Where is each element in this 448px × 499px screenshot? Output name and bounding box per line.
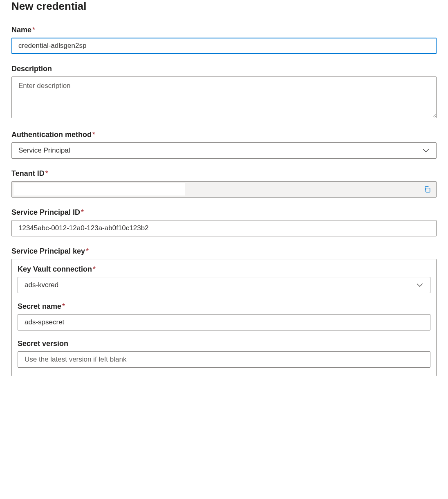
copy-button[interactable]	[421, 184, 433, 195]
kv-connection-label: Key Vault connection*	[18, 265, 430, 274]
chevron-down-icon	[422, 147, 430, 154]
tenant-id-field-group: Tenant ID*	[11, 169, 437, 198]
svg-rect-0	[426, 188, 430, 192]
sp-id-label: Service Principal ID*	[11, 208, 437, 217]
required-asterisk: *	[86, 247, 89, 255]
auth-method-label-text: Authentication method	[11, 130, 92, 139]
auth-method-field-group: Authentication method* Service Principal	[11, 130, 437, 159]
secret-name-input[interactable]	[18, 314, 430, 330]
page-title: New credential	[11, 0, 437, 13]
name-label: Name*	[11, 26, 437, 34]
required-asterisk: *	[62, 302, 65, 310]
sp-key-label-text: Service Principal key	[11, 247, 85, 255]
secret-version-label-text: Secret version	[18, 339, 68, 348]
chevron-down-icon	[416, 281, 423, 289]
secret-version-label: Secret version	[18, 339, 430, 348]
description-textarea[interactable]	[11, 76, 437, 118]
description-label-text: Description	[11, 65, 52, 73]
required-asterisk: *	[93, 265, 96, 273]
tenant-id-label-text: Tenant ID	[11, 169, 45, 178]
tenant-id-redacted-area	[13, 183, 185, 196]
auth-method-label: Authentication method*	[11, 130, 437, 139]
required-asterisk: *	[92, 130, 95, 139]
sp-id-input[interactable]	[11, 220, 437, 236]
secret-name-field-group: Secret name*	[18, 302, 430, 330]
tenant-id-readonly	[11, 181, 437, 198]
copy-icon	[423, 186, 431, 193]
kv-connection-field-group: Key Vault connection* ads-kvcred	[18, 265, 430, 293]
name-input[interactable]	[11, 38, 437, 54]
sp-key-panel: Key Vault connection* ads-kvcred Secret …	[11, 259, 437, 376]
sp-id-field-group: Service Principal ID*	[11, 208, 437, 236]
secret-version-input[interactable]	[18, 351, 430, 368]
auth-method-select[interactable]: Service Principal	[11, 142, 437, 159]
required-asterisk: *	[32, 26, 35, 34]
required-asterisk: *	[81, 208, 84, 216]
name-label-text: Name	[11, 26, 31, 34]
secret-name-label: Secret name*	[18, 302, 430, 311]
sp-key-field-group: Service Principal key* Key Vault connect…	[11, 247, 437, 376]
kv-connection-selected-value: ads-kvcred	[25, 281, 416, 289]
kv-connection-select[interactable]: ads-kvcred	[18, 277, 430, 293]
name-field-group: Name*	[11, 26, 437, 54]
auth-method-selected-value: Service Principal	[18, 146, 422, 155]
secret-version-field-group: Secret version	[18, 339, 430, 368]
tenant-id-label: Tenant ID*	[11, 169, 437, 178]
required-asterisk: *	[45, 169, 48, 178]
description-label: Description	[11, 65, 437, 73]
description-field-group: Description	[11, 65, 437, 120]
sp-key-label: Service Principal key*	[11, 247, 437, 256]
kv-connection-label-text: Key Vault connection	[18, 265, 92, 273]
secret-name-label-text: Secret name	[18, 302, 61, 310]
sp-id-label-text: Service Principal ID	[11, 208, 80, 216]
